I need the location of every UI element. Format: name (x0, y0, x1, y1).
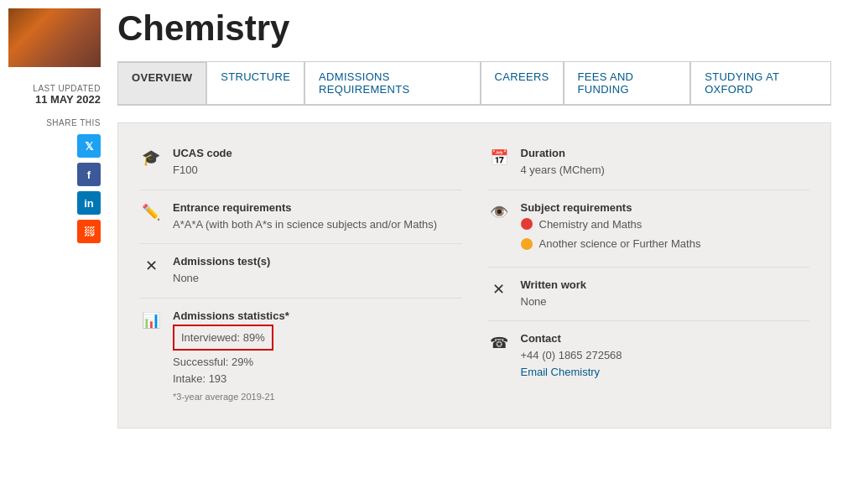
written-work-row: ✕ Written work None (487, 272, 810, 317)
main-content: Chemistry OVERVIEW STRUCTURE ADMISSIONS … (109, 0, 848, 504)
ucas-label: UCAS code (173, 147, 462, 159)
page-title: Chemistry (117, 8, 831, 49)
written-work-label: Written work (521, 278, 810, 291)
tab-overview[interactable]: OVERVIEW (117, 61, 206, 104)
reddit-icon[interactable]: ⛆ (77, 220, 101, 243)
social-icons: 𝕏 f in ⛆ (8, 134, 101, 243)
entrance-value: A*A*A (with both A*s in science subjects… (173, 216, 462, 233)
gold-dot (521, 238, 533, 250)
entrance-row: ✏️ Entrance requirements A*A*A (with bot… (139, 195, 462, 240)
tab-admissions-requirements[interactable]: ADMISSIONS REQUIREMENTS (304, 61, 481, 104)
successful-stat: Successful: 29% (173, 354, 462, 371)
subject-req-row: 👁️ Subject requirements Chemistry and Ma… (487, 195, 810, 262)
duration-row: 📅 Duration 4 years (MChem) (487, 140, 810, 185)
ucas-value: F100 (173, 162, 462, 179)
graduation-cap-icon: 🎓 (139, 147, 163, 167)
x-cross-icon: ✕ (139, 255, 163, 275)
linkedin-icon[interactable]: in (77, 191, 101, 215)
info-grid: 🎓 UCAS code F100 ✏️ Entrance requirement… (139, 140, 809, 411)
subject-item-chemistry-text: Chemistry and Maths (539, 216, 643, 233)
bar-chart-icon: 📊 (139, 309, 163, 330)
ucas-row: 🎓 UCAS code F100 (139, 140, 462, 185)
subject-label: Subject requirements (521, 201, 810, 214)
subject-icon: 👁️ (487, 201, 511, 221)
tab-structure[interactable]: STRUCTURE (206, 61, 304, 104)
sidebar: LAST UPDATED 11 MAY 2022 SHARE THIS 𝕏 f … (0, 0, 109, 504)
pencil-icon: ✏️ (139, 201, 163, 221)
intake-stat: Intake: 193 (173, 371, 462, 387)
contact-row: ☎ Contact +44 (0) 1865 272568 Email Chem… (487, 325, 810, 387)
x-written-icon: ✕ (487, 278, 511, 299)
tab-bar: OVERVIEW STRUCTURE ADMISSIONS REQUIREMEN… (117, 61, 831, 106)
stats-footnote: *3-year average 2019-21 (173, 390, 462, 404)
duration-value: 4 years (MChem) (521, 162, 810, 179)
phone-icon: ☎ (487, 332, 511, 352)
tab-fees-funding[interactable]: FEES AND FUNDING (564, 61, 691, 104)
contact-label: Contact (521, 332, 810, 345)
subject-value: Chemistry and Maths Another science or F… (521, 216, 810, 252)
last-updated-label: LAST UPDATED (8, 84, 101, 93)
subject-item-science: Another science or Further Maths (521, 236, 810, 252)
thumbnail-image (8, 8, 101, 67)
twitter-icon[interactable]: 𝕏 (77, 134, 101, 158)
tab-studying-oxford[interactable]: STUDYING AT OXFORD (690, 61, 831, 104)
last-updated-date: 11 MAY 2022 (8, 93, 101, 106)
admissions-stats-value: Interviewed: 89% Successful: 29% Intake:… (173, 325, 462, 404)
admissions-test-value: None (173, 270, 462, 287)
admissions-test-label: Admissions test(s) (173, 255, 462, 268)
admissions-test-row: ✕ Admissions test(s) None (139, 248, 462, 294)
email-chemistry-link[interactable]: Email Chemistry (521, 366, 601, 378)
admissions-stats-row: 📊 Admissions statistics* Interviewed: 89… (139, 303, 462, 411)
facebook-icon[interactable]: f (77, 163, 101, 186)
admissions-stats-label: Admissions statistics* (173, 309, 462, 322)
subject-item-chemistry: Chemistry and Maths (521, 216, 810, 233)
share-label: SHARE THIS (8, 118, 101, 127)
tab-careers[interactable]: CAREERS (481, 61, 564, 104)
red-dot (521, 218, 533, 230)
subject-item-science-text: Another science or Further Maths (539, 236, 701, 252)
info-panel: 🎓 UCAS code F100 ✏️ Entrance requirement… (117, 122, 831, 429)
duration-label: Duration (521, 147, 810, 159)
interviewed-stat: Interviewed: 89% (173, 325, 273, 351)
entrance-label: Entrance requirements (173, 201, 462, 214)
calendar-icon: 📅 (487, 147, 511, 167)
contact-phone: +44 (0) 1865 272568 (521, 347, 810, 364)
written-work-value: None (521, 294, 810, 310)
contact-value: +44 (0) 1865 272568 Email Chemistry (521, 347, 810, 380)
